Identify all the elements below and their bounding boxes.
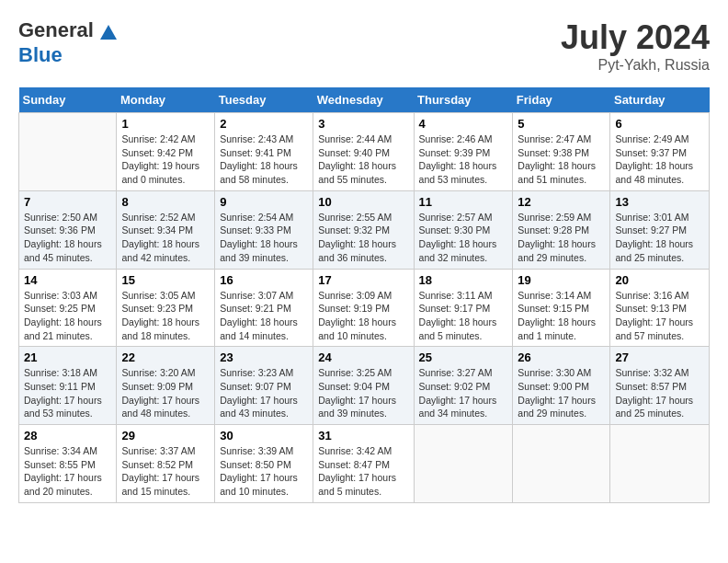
day-number: 19 [518, 273, 605, 287]
calendar-cell: 23Sunrise: 3:23 AM Sunset: 9:07 PM Dayli… [215, 347, 313, 425]
day-info: Sunrise: 3:07 AM Sunset: 9:21 PM Dayligh… [220, 289, 308, 343]
day-of-week-header: Monday [117, 87, 215, 113]
day-number: 21 [24, 350, 111, 364]
day-number: 11 [419, 195, 508, 209]
day-info: Sunrise: 2:46 AM Sunset: 9:39 PM Dayligh… [419, 132, 508, 187]
calendar-cell: 13Sunrise: 3:01 AM Sunset: 9:27 PM Dayli… [610, 190, 710, 269]
calendar-cell [414, 425, 513, 503]
day-number: 13 [615, 195, 704, 209]
calendar-cell: 12Sunrise: 2:59 AM Sunset: 9:28 PM Dayli… [513, 190, 610, 269]
day-info: Sunrise: 3:39 AM Sunset: 8:50 PM Dayligh… [220, 444, 308, 499]
calendar-cell: 11Sunrise: 2:57 AM Sunset: 9:30 PM Dayli… [414, 190, 513, 269]
calendar-week-row: 14Sunrise: 3:03 AM Sunset: 9:25 PM Dayli… [19, 269, 710, 347]
day-number: 17 [318, 273, 408, 287]
calendar-cell: 4Sunrise: 2:46 AM Sunset: 9:39 PM Daylig… [414, 113, 513, 191]
logo-blue: Blue [18, 43, 63, 66]
calendar-week-row: 21Sunrise: 3:18 AM Sunset: 9:11 PM Dayli… [19, 347, 710, 425]
day-number: 28 [24, 429, 111, 442]
day-info: Sunrise: 3:03 AM Sunset: 9:25 PM Dayligh… [24, 289, 111, 343]
calendar-cell: 21Sunrise: 3:18 AM Sunset: 9:11 PM Dayli… [19, 347, 117, 425]
header-row: SundayMondayTuesdayWednesdayThursdayFrid… [19, 87, 710, 113]
day-number: 3 [318, 117, 408, 131]
day-info: Sunrise: 3:37 AM Sunset: 8:52 PM Dayligh… [121, 444, 210, 499]
day-number: 4 [419, 117, 508, 131]
logo: General Blue [18, 18, 119, 67]
day-number: 9 [220, 195, 308, 209]
day-number: 7 [24, 195, 111, 209]
calendar-cell: 25Sunrise: 3:27 AM Sunset: 9:02 PM Dayli… [414, 347, 513, 425]
day-number: 5 [518, 117, 605, 131]
day-info: Sunrise: 2:47 AM Sunset: 9:38 PM Dayligh… [518, 132, 605, 187]
location: Pyt-Yakh, Russia [561, 57, 710, 74]
calendar-cell: 30Sunrise: 3:39 AM Sunset: 8:50 PM Dayli… [215, 425, 313, 503]
day-info: Sunrise: 2:43 AM Sunset: 9:41 PM Dayligh… [220, 132, 308, 187]
day-number: 25 [419, 350, 508, 364]
calendar-cell: 6Sunrise: 2:49 AM Sunset: 9:37 PM Daylig… [610, 113, 710, 191]
calendar-week-row: 1Sunrise: 2:42 AM Sunset: 9:42 PM Daylig… [19, 113, 710, 191]
day-number: 8 [121, 195, 210, 209]
logo-text: General Blue [18, 18, 119, 67]
calendar-cell: 18Sunrise: 3:11 AM Sunset: 9:17 PM Dayli… [414, 269, 513, 347]
day-of-week-header: Tuesday [215, 87, 313, 113]
svg-marker-0 [100, 25, 117, 40]
calendar-week-row: 28Sunrise: 3:34 AM Sunset: 8:55 PM Dayli… [19, 425, 710, 503]
day-info: Sunrise: 2:57 AM Sunset: 9:30 PM Dayligh… [419, 211, 508, 265]
calendar-cell: 3Sunrise: 2:44 AM Sunset: 9:40 PM Daylig… [313, 113, 414, 191]
calendar-cell: 24Sunrise: 3:25 AM Sunset: 9:04 PM Dayli… [313, 347, 414, 425]
calendar-cell: 26Sunrise: 3:30 AM Sunset: 9:00 PM Dayli… [513, 347, 610, 425]
day-info: Sunrise: 3:20 AM Sunset: 9:09 PM Dayligh… [121, 366, 210, 420]
calendar-cell: 17Sunrise: 3:09 AM Sunset: 9:19 PM Dayli… [313, 269, 414, 347]
day-number: 18 [419, 273, 508, 287]
calendar-cell: 5Sunrise: 2:47 AM Sunset: 9:38 PM Daylig… [513, 113, 610, 191]
calendar-cell [513, 425, 610, 503]
day-number: 10 [318, 195, 408, 209]
day-info: Sunrise: 3:25 AM Sunset: 9:04 PM Dayligh… [318, 366, 408, 420]
calendar-cell: 7Sunrise: 2:50 AM Sunset: 9:36 PM Daylig… [19, 190, 117, 269]
day-number: 30 [220, 429, 308, 442]
month-year: July 2024 [561, 18, 710, 57]
calendar-cell: 8Sunrise: 2:52 AM Sunset: 9:34 PM Daylig… [117, 190, 215, 269]
day-number: 1 [121, 117, 210, 131]
page-header: General Blue July 2024 Pyt-Yakh, Russia [18, 18, 710, 74]
calendar-cell: 20Sunrise: 3:16 AM Sunset: 9:13 PM Dayli… [610, 269, 710, 347]
day-number: 22 [121, 350, 210, 364]
calendar-cell [610, 425, 710, 503]
day-info: Sunrise: 3:11 AM Sunset: 9:17 PM Dayligh… [419, 289, 508, 343]
calendar-cell: 9Sunrise: 2:54 AM Sunset: 9:33 PM Daylig… [215, 190, 313, 269]
day-info: Sunrise: 3:14 AM Sunset: 9:15 PM Dayligh… [518, 289, 605, 343]
day-info: Sunrise: 3:09 AM Sunset: 9:19 PM Dayligh… [318, 289, 408, 343]
calendar-cell: 14Sunrise: 3:03 AM Sunset: 9:25 PM Dayli… [19, 269, 117, 347]
day-number: 12 [518, 195, 605, 209]
day-of-week-header: Friday [513, 87, 610, 113]
day-info: Sunrise: 3:05 AM Sunset: 9:23 PM Dayligh… [121, 289, 210, 343]
day-info: Sunrise: 2:49 AM Sunset: 9:37 PM Dayligh… [615, 132, 704, 187]
day-info: Sunrise: 3:27 AM Sunset: 9:02 PM Dayligh… [419, 366, 508, 420]
calendar-cell [19, 113, 117, 191]
day-number: 26 [518, 350, 605, 364]
calendar-cell: 29Sunrise: 3:37 AM Sunset: 8:52 PM Dayli… [117, 425, 215, 503]
day-info: Sunrise: 3:18 AM Sunset: 9:11 PM Dayligh… [24, 366, 111, 420]
calendar-week-row: 7Sunrise: 2:50 AM Sunset: 9:36 PM Daylig… [19, 190, 710, 269]
logo-icon [98, 23, 119, 43]
day-info: Sunrise: 3:30 AM Sunset: 9:00 PM Dayligh… [518, 366, 605, 420]
calendar-cell: 10Sunrise: 2:55 AM Sunset: 9:32 PM Dayli… [313, 190, 414, 269]
day-info: Sunrise: 3:23 AM Sunset: 9:07 PM Dayligh… [220, 366, 308, 420]
day-number: 29 [121, 429, 210, 442]
day-number: 6 [615, 117, 704, 131]
day-number: 2 [220, 117, 308, 131]
day-of-week-header: Wednesday [313, 87, 414, 113]
calendar-cell: 22Sunrise: 3:20 AM Sunset: 9:09 PM Dayli… [117, 347, 215, 425]
day-info: Sunrise: 2:55 AM Sunset: 9:32 PM Dayligh… [318, 211, 408, 265]
calendar-cell: 28Sunrise: 3:34 AM Sunset: 8:55 PM Dayli… [19, 425, 117, 503]
calendar-cell: 2Sunrise: 2:43 AM Sunset: 9:41 PM Daylig… [215, 113, 313, 191]
day-info: Sunrise: 2:50 AM Sunset: 9:36 PM Dayligh… [24, 211, 111, 265]
day-of-week-header: Saturday [610, 87, 710, 113]
day-info: Sunrise: 2:42 AM Sunset: 9:42 PM Dayligh… [121, 132, 210, 187]
day-number: 23 [220, 350, 308, 364]
day-info: Sunrise: 3:01 AM Sunset: 9:27 PM Dayligh… [615, 211, 704, 265]
logo-general: General [18, 18, 94, 41]
day-info: Sunrise: 3:32 AM Sunset: 8:57 PM Dayligh… [615, 366, 704, 420]
calendar-cell: 15Sunrise: 3:05 AM Sunset: 9:23 PM Dayli… [117, 269, 215, 347]
calendar-cell: 27Sunrise: 3:32 AM Sunset: 8:57 PM Dayli… [610, 347, 710, 425]
calendar-cell: 19Sunrise: 3:14 AM Sunset: 9:15 PM Dayli… [513, 269, 610, 347]
